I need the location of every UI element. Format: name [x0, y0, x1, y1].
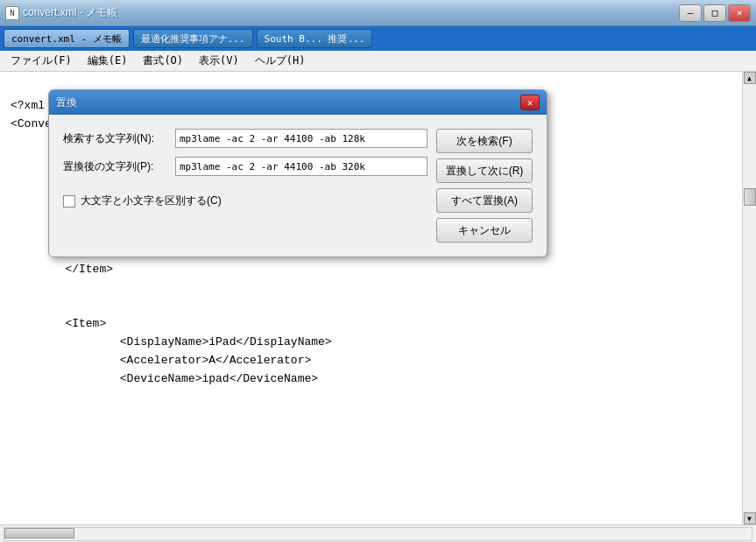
content-area: <?xml version="1.0" encoding="UTF-8" ?> …: [0, 72, 756, 524]
title-bar: N convert.xml - メモ帳 — □ ✕: [0, 0, 756, 26]
replace-row: 置換後の文字列(P):: [63, 157, 427, 176]
title-bar-text: convert.xml - メモ帳: [23, 5, 679, 20]
replace-next-button[interactable]: 置換して次に(R): [436, 158, 533, 183]
dialog-buttons: 次を検索(F) 置換して次に(R) すべて置換(A) キャンセル: [436, 129, 533, 243]
menu-bar: ファイル(F) 編集(E) 書式(O) 表示(V) ヘルプ(H): [0, 51, 756, 72]
dialog-title: 置換: [56, 95, 520, 110]
search-label: 検索する文字列(N):: [63, 131, 168, 146]
taskbar: convert.xml - メモ帳 最適化推奨事項アナ... South B..…: [0, 26, 756, 51]
taskbar-item-3[interactable]: South B... 推奨...: [257, 29, 373, 48]
dialog-overlay: 置換 ✕ 検索する文字列(N): 置換後の文字列(P): 大文字と小文字を区別: [0, 72, 756, 524]
taskbar-item-label: convert.xml - メモ帳: [11, 32, 122, 46]
close-button[interactable]: ✕: [728, 4, 751, 22]
maximize-button[interactable]: □: [703, 4, 726, 22]
cancel-button[interactable]: キャンセル: [436, 218, 533, 243]
dialog-close-button[interactable]: ✕: [520, 95, 540, 110]
menu-file[interactable]: ファイル(F): [4, 52, 79, 70]
horizontal-scrollbar[interactable]: [4, 527, 752, 541]
menu-view[interactable]: 表示(V): [192, 52, 246, 70]
dialog-body: 検索する文字列(N): 置換後の文字列(P): 大文字と小文字を区別する(C) …: [49, 115, 547, 257]
checkbox-row: 大文字と小文字を区別する(C): [63, 194, 427, 208]
taskbar-item-label-3: South B... 推奨...: [265, 32, 365, 46]
search-row: 検索する文字列(N):: [63, 129, 427, 148]
case-sensitive-checkbox[interactable]: [63, 195, 75, 208]
title-bar-buttons: — □ ✕: [679, 4, 751, 22]
checkbox-label: 大文字と小文字を区別する(C): [81, 194, 222, 208]
menu-format[interactable]: 書式(O): [136, 52, 190, 70]
h-scroll-thumb[interactable]: [4, 528, 74, 538]
replace-dialog: 置換 ✕ 検索する文字列(N): 置換後の文字列(P): 大文字と小文字を区別: [48, 89, 548, 257]
status-bar: [0, 524, 756, 542]
find-next-button[interactable]: 次を検索(F): [436, 129, 533, 153]
app-icon: N: [5, 6, 19, 20]
search-input[interactable]: [175, 129, 427, 148]
minimize-button[interactable]: —: [679, 4, 702, 22]
replace-input[interactable]: [175, 157, 427, 176]
taskbar-item-notepad[interactable]: convert.xml - メモ帳: [4, 29, 130, 48]
taskbar-item-2[interactable]: 最適化推奨事項アナ...: [133, 29, 253, 48]
dialog-title-bar: 置換 ✕: [49, 90, 547, 115]
replace-all-button[interactable]: すべて置換(A): [436, 188, 533, 213]
menu-edit[interactable]: 編集(E): [81, 52, 135, 70]
taskbar-item-label-2: 最適化推奨事項アナ...: [141, 32, 245, 46]
replace-label: 置換後の文字列(P):: [63, 159, 168, 174]
dialog-form: 検索する文字列(N): 置換後の文字列(P): 大文字と小文字を区別する(C): [63, 129, 427, 243]
menu-help[interactable]: ヘルプ(H): [248, 52, 313, 70]
